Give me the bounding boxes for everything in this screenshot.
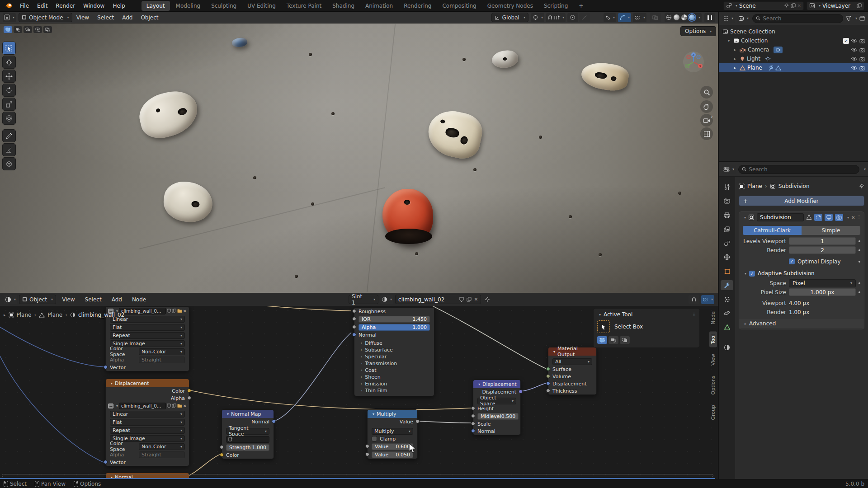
workspace-tab-geometry-nodes[interactable]: Geometry Nodes <box>482 1 538 11</box>
shader-type-selector[interactable]: Object ▾ <box>19 295 56 304</box>
outliner-row-plane[interactable]: ▸ Plane <box>719 63 868 72</box>
vp-menu-view[interactable]: View <box>72 12 93 23</box>
active-tool-panel[interactable]: ▾ Active Tool ⠿ Select Box <box>593 308 700 348</box>
thickness-input-row[interactable]: Thickness <box>548 387 596 394</box>
uvmap-row[interactable] <box>222 435 274 443</box>
select-mode-new[interactable] <box>4 26 12 33</box>
material-preview-icon[interactable] <box>681 14 687 20</box>
menu-edit[interactable]: Edit <box>33 0 52 12</box>
sidetab-options[interactable]: Options <box>709 372 717 398</box>
modifier-name-field[interactable]: Subdivision <box>757 213 804 221</box>
hide-viewport-icon[interactable] <box>851 38 858 43</box>
clamp-row[interactable]: Clamp <box>368 435 417 442</box>
drag-handle-icon[interactable]: ⠿ <box>693 312 696 317</box>
tool-add-primitive[interactable] <box>2 157 16 170</box>
extension-row[interactable]: Repeat▾ <box>106 426 189 434</box>
roughness-socket[interactable] <box>352 309 356 313</box>
snap-target-button[interactable]: ▾ <box>531 13 544 22</box>
shader-overlays-toggle[interactable]: ▾ <box>701 295 714 304</box>
zoom-control[interactable] <box>700 86 713 99</box>
scale-input-row[interactable]: Scale <box>473 420 520 427</box>
material-slot-selector[interactable]: Slot 1 ▾ <box>349 295 378 304</box>
new-material-icon[interactable] <box>467 297 472 302</box>
alpha-row[interactable]: Alpha1.000 <box>354 323 434 331</box>
viewlayer-selector[interactable]: ▾ ViewLayer <box>807 1 864 10</box>
properties-editor-type[interactable]: ▾ <box>722 165 736 174</box>
tool-scale[interactable] <box>2 98 16 111</box>
advanced-subpanel-header[interactable]: ▸ Advanced <box>739 319 864 328</box>
sidebar-collapse-arrow[interactable]: ‹ <box>711 114 713 120</box>
animate-dot-icon[interactable] <box>859 249 860 251</box>
select-mode-intersect[interactable] <box>43 26 52 33</box>
vector-socket[interactable] <box>104 365 108 369</box>
node-header[interactable]: ▾Displacement <box>473 380 520 388</box>
outliner-display-mode[interactable]: ▾ <box>722 14 735 23</box>
node-displacement[interactable]: ▾Displacement Displacement Object Space▾… <box>473 380 521 435</box>
space-row[interactable]: Tangent Space▾ <box>222 427 274 435</box>
image-selector-row[interactable]: ▾ climbing_wall_0... ✕ <box>106 402 189 410</box>
collapse-icon[interactable]: ▾ <box>227 412 229 416</box>
collapse-icon[interactable]: ▾ <box>745 272 746 276</box>
displacement-input-row[interactable]: Displacement <box>548 380 596 387</box>
mode-extend-button[interactable] <box>609 336 618 344</box>
blender-logo-icon[interactable] <box>5 3 12 9</box>
space-row[interactable]: Object Space▾ <box>473 397 520 405</box>
thickness-socket[interactable] <box>546 389 550 393</box>
sidetab-tool[interactable]: Tool <box>709 331 717 347</box>
target-row[interactable]: All▾ <box>548 357 596 366</box>
collapse-icon[interactable]: ▾ <box>111 381 113 385</box>
volume-socket[interactable] <box>546 374 550 378</box>
node-material-output[interactable]: ▾Material Output All▾ Surface Volume Dis… <box>548 347 597 395</box>
tab-world[interactable] <box>721 252 733 262</box>
mode-subtract-button[interactable] <box>620 336 630 344</box>
surface-input-row[interactable]: Surface <box>548 366 596 373</box>
projection-row[interactable]: Flat▾ <box>106 418 189 426</box>
editor-type-selector[interactable]: ▾ <box>3 13 16 22</box>
horizontal-scrollbar[interactable] <box>2 474 713 477</box>
tab-view-layer[interactable] <box>721 224 733 234</box>
projection-row[interactable]: Flat▾ <box>106 323 189 331</box>
outliner-scope-button[interactable]: ▾ <box>737 14 750 23</box>
workspace-tab-animation[interactable]: Animation <box>360 1 398 11</box>
collapse-icon[interactable]: ▾ <box>553 350 555 354</box>
shader-menu-node[interactable]: Node <box>128 294 150 305</box>
midlevel-row[interactable]: Midlevel0.500 <box>473 412 520 420</box>
color-input-row[interactable]: Color <box>222 451 274 459</box>
scene-selector[interactable]: ▾ Scene ✕ <box>723 1 804 10</box>
new-viewlayer-icon[interactable] <box>857 3 862 8</box>
collapse-icon[interactable]: ▾ <box>744 216 746 220</box>
tab-scene[interactable] <box>721 238 733 248</box>
adaptive-subdivision-row[interactable]: ▾ ✓ Adaptive Subdivision <box>739 268 864 278</box>
render-levels-field[interactable]: 2 <box>789 246 856 254</box>
unlink-image-icon[interactable]: ✕ <box>183 309 187 314</box>
snap-toggle-button[interactable]: ▾ <box>546 13 566 22</box>
viewport-3d[interactable]: Options ▾ Z X ‹ <box>0 23 718 293</box>
value-socket[interactable] <box>415 419 420 423</box>
show-gizmo-dropdown[interactable]: ▾ <box>604 13 616 22</box>
node-principled-bsdf[interactable]: Roughness IOR1.450 Alpha1.000 Normal ›Di… <box>354 307 434 396</box>
select-mode-extend[interactable] <box>14 26 22 33</box>
filter-icon[interactable] <box>845 16 851 21</box>
shader-snap-toggle[interactable] <box>689 295 699 304</box>
workspace-tab-scripting[interactable]: Scripting <box>539 1 573 11</box>
expand-icon[interactable]: ▸ <box>732 47 738 52</box>
tool-cursor[interactable] <box>2 56 16 69</box>
colorspace-row[interactable]: Color SpaceNon-Color▾ <box>106 347 189 356</box>
menu-help[interactable]: Help <box>108 0 129 12</box>
new-scene-icon[interactable] <box>791 3 796 8</box>
pan-control[interactable] <box>700 100 713 113</box>
tab-modifiers[interactable] <box>721 280 733 290</box>
normal-output-row[interactable]: Normal <box>222 418 274 425</box>
sidetab-node[interactable]: Node <box>709 308 717 328</box>
alpha-socket[interactable] <box>187 396 191 400</box>
normal-input-row[interactable]: Normal <box>473 427 520 435</box>
interpolation-row[interactable]: Linear▾ <box>106 410 189 418</box>
section-coat[interactable]: ›Coat <box>354 367 434 374</box>
surface-socket[interactable] <box>546 367 550 371</box>
expand-icon[interactable]: ▸ <box>732 66 738 70</box>
options-button[interactable]: Options ▾ <box>680 26 716 36</box>
disable-render-icon[interactable] <box>859 56 865 61</box>
node-header[interactable]: ▾Normal Map <box>222 410 274 418</box>
hide-viewport-icon[interactable] <box>851 47 858 52</box>
tool-select-box[interactable] <box>2 42 16 55</box>
